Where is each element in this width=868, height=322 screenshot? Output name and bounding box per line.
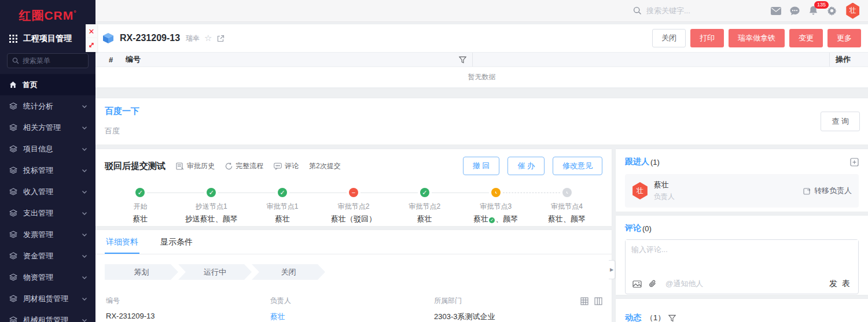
comment-panel-title: 评论 [625, 223, 641, 234]
activity-filter-icon[interactable] [668, 314, 676, 322]
check-circle-icon: ✓ [278, 188, 287, 197]
sidebar-item-home[interactable]: 首页 [0, 74, 95, 95]
tab-detail-info[interactable]: 详细资料 [105, 230, 139, 254]
withdraw-button[interactable]: 撤 回 [463, 157, 500, 175]
chevron-down-icon [82, 275, 87, 280]
layers-icon [9, 273, 17, 281]
urge-button[interactable]: 催 办 [507, 157, 545, 175]
step-approve1: ✓ 审批节点1 蔡壮 [247, 188, 318, 224]
mail-icon[interactable] [771, 6, 781, 16]
change-button[interactable]: 变更 [789, 29, 823, 47]
clock-icon [491, 188, 501, 197]
baidu-section-title[interactable]: 百度一下 [105, 106, 859, 117]
chat-icon[interactable] [790, 6, 800, 16]
record-tag: 瑞幸 [186, 34, 200, 43]
sidebar-item-label: 收入管理 [23, 187, 76, 197]
sidebar-search[interactable] [7, 53, 89, 68]
sidebar-item-materials[interactable]: 物资管理 [0, 267, 95, 288]
follower-panel-title: 跟进人 [625, 157, 649, 167]
sidebar-item-funds[interactable]: 资金管理 [0, 245, 95, 267]
sidebar-item-label: 相关方管理 [23, 123, 76, 133]
transfer-owner-button[interactable]: 转移负责人 [803, 186, 852, 196]
chevron-down-icon [82, 253, 87, 259]
panel-collapse-handle[interactable]: ▶ [609, 260, 615, 279]
activity-panel-title: 动态 [625, 313, 641, 322]
tab-display-conditions[interactable]: 显示条件 [159, 230, 194, 254]
paperclip-icon[interactable] [649, 280, 656, 288]
comment-input-box: @通知他人 发 表 [625, 239, 859, 294]
global-search[interactable] [633, 6, 762, 15]
print-button[interactable]: 打印 [690, 29, 724, 47]
approver-name: 蔡壮 [473, 214, 488, 224]
sidebar-item-bidding[interactable]: 投标管理 [0, 160, 95, 181]
sidebar-item-expense[interactable]: 支出管理 [0, 202, 95, 224]
comment-textarea[interactable] [626, 240, 858, 275]
column-header-action: 操作 [829, 53, 868, 66]
star-icon[interactable]: ☆ [204, 33, 212, 43]
close-button[interactable]: 关闭 [652, 29, 686, 47]
filter-funnel-icon[interactable] [450, 53, 473, 66]
notify-others-hint[interactable]: @通知他人 [665, 279, 703, 289]
sidebar-item-label: 项目信息 [23, 144, 76, 154]
expand-icon[interactable] [86, 38, 97, 52]
cube-icon [102, 32, 114, 44]
layers-icon [9, 102, 17, 110]
layers-icon [9, 166, 17, 174]
sidebar-search-input[interactable] [23, 57, 86, 65]
baidu-field-label: 百度 [105, 126, 859, 136]
sidebar-item-label: 机械租赁管理 [23, 315, 76, 322]
step-approve3-active: 审批节点3 蔡壮 ✓ 、颜琴 [460, 188, 531, 224]
more-button[interactable]: 更多 [827, 29, 861, 47]
global-search-input[interactable] [646, 6, 762, 15]
sidebar-item-turnover-lease[interactable]: 周材租赁管理 [0, 288, 95, 309]
chevron-down-icon [82, 189, 87, 195]
app-switcher[interactable]: 工程项目管理 [0, 28, 95, 49]
modify-opinion-button[interactable]: 修改意见 [553, 157, 602, 175]
gear-icon[interactable] [827, 6, 837, 16]
query-button[interactable]: 查 询 [821, 112, 860, 131]
full-flow-label: 完整流程 [236, 161, 263, 171]
table-header: # 编号 操作 [95, 52, 868, 67]
custom-action-button[interactable]: 瑞幸做拿铁 [729, 29, 785, 47]
column-header-hash: # [95, 55, 126, 64]
comment-link[interactable]: 评论 [274, 161, 299, 171]
image-attach-icon[interactable] [632, 280, 642, 288]
owner-link[interactable]: 蔡壮 [270, 312, 434, 322]
sidebar-item-invoice[interactable]: 发票管理 [0, 224, 95, 245]
sidebar-item-income[interactable]: 收入管理 [0, 181, 95, 202]
layers-icon [9, 295, 17, 302]
empty-state: 暂无数据 [95, 67, 868, 88]
follower-panel: 跟进人 (1) 壮 蔡壮 负责人 [616, 149, 868, 212]
step-approve2: ✓ 审批节点2 蔡壮 [389, 188, 460, 224]
sidebar-item-machine-lease[interactable]: 机械租赁管理 [0, 309, 95, 322]
brand-logo-degree: ° [73, 9, 76, 16]
table-view-icon[interactable] [580, 297, 589, 305]
step-approve2-rejected: − 审批节点2 蔡壮（驳回） [318, 188, 389, 224]
approval-history-link[interactable]: 审批历史 [176, 161, 215, 171]
layers-icon [9, 145, 17, 153]
record-card: RX-231209-13 瑞幸 ☆ 关闭 打印 瑞幸做拿铁 变更 更多 [95, 24, 868, 88]
comment-icon [274, 162, 282, 170]
stage-closed[interactable]: 关闭 [252, 264, 325, 280]
sidebar-item-stats[interactable]: 统计分析 [0, 95, 95, 117]
avatar[interactable]: 壮 [845, 3, 860, 19]
column-view-icon[interactable] [594, 297, 602, 305]
stage-running[interactable]: 运行中 [178, 264, 252, 280]
close-icon[interactable]: ✕ [86, 24, 97, 38]
follower-count: (1) [650, 158, 660, 166]
sidebar-item-project-info[interactable]: 项目信息 [0, 138, 95, 160]
layers-icon [9, 252, 17, 260]
approval-stepper: ✓ 开始 蔡壮 ✓ 抄送节点1 抄送蔡壮、颜琴 ✓ 审批 [105, 188, 602, 224]
field-code: 编号 RX-231209-13 [106, 296, 270, 322]
full-flow-link[interactable]: 完整流程 [225, 161, 263, 171]
step-start: ✓ 开始 蔡壮 [105, 188, 176, 224]
stage-planning[interactable]: 筹划 [105, 264, 178, 280]
external-link-icon[interactable] [217, 35, 225, 42]
search-icon [633, 6, 642, 15]
sidebar-item-related[interactable]: 相关方管理 [0, 117, 95, 138]
bell-icon[interactable]: 135 [808, 6, 818, 16]
comment-count: (0) [642, 224, 652, 233]
publish-button[interactable]: 发 表 [829, 279, 851, 289]
brand-logo-text: 红圈CRM [19, 9, 73, 22]
add-follower-icon[interactable] [850, 158, 859, 166]
